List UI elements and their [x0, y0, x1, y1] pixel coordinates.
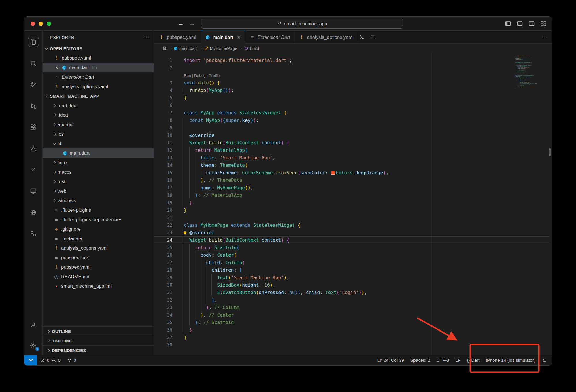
- code-line[interactable]: Run | Debug | Profile: [154, 72, 549, 79]
- forward-arrow-icon[interactable]: →: [188, 19, 197, 28]
- back-arrow-icon[interactable]: ←: [176, 19, 185, 28]
- code-line[interactable]: 6: [154, 102, 549, 109]
- code-line[interactable]: 25 return Scaffold(: [154, 244, 549, 251]
- language-mode[interactable]: {} Dart: [464, 355, 483, 365]
- codelens-run[interactable]: Run: [184, 73, 191, 78]
- activity-account-icon[interactable]: [28, 320, 39, 329]
- code-line[interactable]: 7class MyApp extends StatelessWidget {: [154, 109, 549, 117]
- tab-pubspec-yaml[interactable]: !pubspec.yaml: [154, 31, 201, 44]
- indentation[interactable]: Spaces: 2: [407, 355, 433, 365]
- section-timeline[interactable]: TIMELINE: [43, 336, 154, 345]
- breadcrumb-myhomepage[interactable]: MyHomePage: [204, 46, 237, 51]
- close-icon[interactable]: ×: [236, 34, 241, 41]
- activity-settings-icon[interactable]: 1: [28, 340, 39, 350]
- activity-references-icon[interactable]: [28, 165, 39, 175]
- tree-item-windows[interactable]: windows: [43, 196, 154, 205]
- remote-indicator[interactable]: ><: [24, 355, 37, 365]
- code-line[interactable]: 23 @override: [154, 229, 549, 236]
- code-line[interactable]: 34 ), // Center: [154, 311, 549, 319]
- layout-sidebar-right-icon[interactable]: [528, 20, 535, 27]
- tab-main-dart[interactable]: main.dart×: [201, 31, 245, 44]
- activity-ports-icon[interactable]: [28, 229, 39, 238]
- code-line[interactable]: 8 const MyApp({super.key});: [154, 117, 549, 124]
- color-swatch[interactable]: [331, 171, 335, 175]
- minimize-window-button[interactable]: [39, 22, 43, 26]
- code-line[interactable]: 16 ), // ThemeData: [154, 177, 549, 184]
- code-line[interactable]: 5}: [154, 94, 549, 102]
- device-selector[interactable]: iPhone 14 (ios simulator): [483, 355, 539, 365]
- more-actions-icon[interactable]: ···: [542, 35, 547, 40]
- section-dependencies[interactable]: DEPENDENCIES: [43, 345, 154, 355]
- open-editor-pubspec-yaml[interactable]: !pubspec.yaml: [43, 53, 154, 63]
- tree-item-flutter-plugins[interactable]: ≡.flutter-plugins: [43, 205, 154, 215]
- sidebar-more-actions-icon[interactable]: ···: [144, 35, 150, 40]
- section-smart-machine-app[interactable]: SMART_MACHINE_APP: [43, 91, 154, 101]
- code-line[interactable]: 31 ElevatedButton(onPressed: null, child…: [154, 289, 549, 296]
- tree-item-ios[interactable]: ios: [43, 129, 154, 139]
- tree-item-android[interactable]: android: [43, 120, 154, 129]
- tree-item-analysis-options-yaml[interactable]: !analysis_options.yaml: [43, 243, 154, 253]
- breadcrumb-main-dart[interactable]: main.dart: [174, 46, 197, 51]
- open-editor-extension-dart[interactable]: ≡Extension: Dart: [43, 72, 154, 82]
- tree-item-flutter-plugins-dependencies[interactable]: ≡.flutter-plugins-dependencies: [43, 215, 154, 224]
- code-line[interactable]: 28 children: [: [154, 266, 549, 274]
- close-window-button[interactable]: [31, 22, 35, 26]
- activity-web-icon[interactable]: [28, 207, 39, 217]
- layout-sidebar-left-icon[interactable]: [504, 20, 512, 27]
- code-line[interactable]: 12 return MaterialApp(: [154, 147, 549, 154]
- split-editor-icon[interactable]: [370, 34, 377, 41]
- code-line[interactable]: 30 SizedBox(height: 16),: [154, 281, 549, 289]
- code-line[interactable]: 21: [154, 214, 549, 221]
- code-line[interactable]: 35 ); // Scaffold: [154, 319, 549, 326]
- tree-item-linux[interactable]: linux: [43, 158, 154, 167]
- activity-remote-explorer-icon[interactable]: [28, 186, 39, 196]
- tree-item-macos[interactable]: macos: [43, 167, 154, 177]
- tree-item-web[interactable]: web: [43, 186, 154, 196]
- code-line[interactable]: 11 Widget build(BuildContext context) {: [154, 139, 549, 147]
- section-open-editors[interactable]: OPEN EDITORS: [43, 44, 154, 53]
- tree-item-dart-tool[interactable]: .dart_tool: [43, 101, 154, 110]
- code-line[interactable]: 24 Widget build(BuildContext context) {: [154, 236, 549, 244]
- code-line[interactable]: 4 runApp(MyApp());: [154, 87, 549, 94]
- tree-item-smart-machine-app-iml[interactable]: ▪smart_machine_app.iml: [43, 281, 154, 291]
- codelens-profile[interactable]: Profile: [209, 73, 220, 78]
- cursor-position[interactable]: Ln 24, Col 39: [374, 355, 407, 365]
- code-line[interactable]: 20}: [154, 207, 549, 214]
- tree-item-idea[interactable]: .idea: [43, 110, 154, 120]
- command-center-search[interactable]: smart_machine_app: [201, 19, 403, 29]
- activity-search-icon[interactable]: [28, 58, 39, 68]
- code-line[interactable]: 32 ],: [154, 296, 549, 304]
- activity-explorer-icon[interactable]: [28, 37, 39, 47]
- code-line[interactable]: 3void main() {: [154, 79, 549, 87]
- notifications-bell-icon[interactable]: [539, 355, 550, 365]
- code-line[interactable]: 10 @override: [154, 132, 549, 139]
- layout-grid-icon[interactable]: [540, 20, 547, 27]
- layout-panel-icon[interactable]: [516, 20, 524, 27]
- tab-extension-dart[interactable]: ≡Extension: Dart: [245, 31, 295, 44]
- code-line[interactable]: 17 home: MyHomePage(),: [154, 184, 549, 192]
- activity-run-debug-icon[interactable]: [28, 101, 39, 111]
- close-icon[interactable]: ×: [54, 65, 59, 71]
- eol[interactable]: LF: [452, 355, 464, 365]
- code-line[interactable]: 15 colorScheme: ColorScheme.fromSeed(see…: [154, 169, 549, 177]
- breadcrumb-build[interactable]: build: [244, 46, 259, 51]
- code-line[interactable]: 27 child: Column(: [154, 259, 549, 266]
- tree-item-metadata[interactable]: ≡.metadata: [43, 234, 154, 243]
- ports-indicator[interactable]: 0: [64, 355, 80, 365]
- tree-item-readme-md[interactable]: iREADME.md: [43, 272, 154, 281]
- code-line[interactable]: 18 ); // MaterialApp: [154, 192, 549, 199]
- code-line[interactable]: 36 }: [154, 326, 549, 334]
- codelens-debug[interactable]: Debug: [194, 73, 206, 78]
- activity-source-control-icon[interactable]: [28, 79, 39, 89]
- lightbulb-icon[interactable]: [183, 230, 187, 235]
- activity-testing-icon[interactable]: [28, 143, 39, 153]
- tree-item-lib[interactable]: lib: [43, 139, 154, 148]
- tree-item-test[interactable]: test: [43, 177, 154, 186]
- code-line[interactable]: 19 }: [154, 199, 549, 207]
- code-line[interactable]: 2: [154, 64, 549, 72]
- tab-analysis-options-yaml[interactable]: !analysis_options.yaml: [295, 31, 358, 44]
- code-line[interactable]: 37}: [154, 334, 549, 341]
- breadcrumb-lib[interactable]: lib: [163, 46, 167, 51]
- problems-indicator[interactable]: 00: [37, 355, 64, 365]
- open-editor-analysis-options-yaml[interactable]: !analysis_options.yaml: [43, 82, 154, 91]
